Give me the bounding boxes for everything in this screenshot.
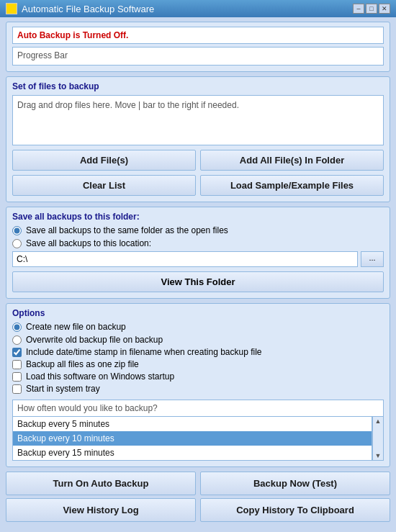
backup-now-button[interactable]: Backup Now (Test) — [200, 472, 390, 495]
clear-list-button[interactable]: Clear List — [12, 175, 196, 196]
options-section: Options Create new file on backup Overwr… — [6, 303, 390, 467]
bottom-row-1: Turn On Auto Backup Backup Now (Test) — [6, 472, 390, 495]
radio-overwrite-input[interactable] — [12, 335, 22, 345]
frequency-list-wrapper: Backup every 5 minutes Backup every 10 m… — [12, 416, 384, 461]
status-section: Auto Backup is Turned Off. Progress Bar — [6, 22, 390, 72]
minimize-button[interactable]: – — [353, 4, 364, 14]
frequency-item-5min[interactable]: Backup every 5 minutes — [13, 417, 372, 431]
checkbox-tray[interactable]: Start in system tray — [12, 384, 384, 394]
files-drop-area[interactable]: Drag and drop files here. Move | bar to … — [12, 95, 384, 145]
save-radio-group: Save all backups to the same folder as t… — [12, 225, 384, 248]
add-folder-button[interactable]: Add All File(s) In Folder — [200, 150, 384, 171]
radio-this-location[interactable]: Save all backups to this location: — [12, 238, 384, 248]
scrollbar[interactable]: ▲ ▼ — [372, 416, 384, 461]
files-btn-row-2: Clear List Load Sample/Example Files — [12, 175, 384, 196]
checkbox-zip-input[interactable] — [12, 360, 22, 369]
radio-create-new-label: Create new file on backup — [26, 322, 126, 332]
frequency-list[interactable]: Backup every 5 minutes Backup every 10 m… — [12, 416, 372, 461]
scroll-down-icon[interactable]: ▼ — [375, 452, 382, 459]
radio-same-folder-input[interactable] — [12, 226, 22, 235]
radio-this-location-label: Save all backups to this location: — [26, 238, 151, 248]
options-section-label: Options — [12, 308, 384, 318]
radio-overwrite-label: Overwrite old backup file on backup — [26, 335, 163, 345]
progress-bar: Progress Bar — [12, 47, 384, 66]
radio-create-new-input[interactable] — [12, 323, 22, 332]
frequency-item-15min[interactable]: Backup every 15 minutes — [13, 446, 372, 460]
checkbox-timestamp-label: Include date/time stamp in filename when… — [26, 347, 262, 357]
load-sample-button[interactable]: Load Sample/Example Files — [200, 175, 384, 196]
radio-this-location-input[interactable] — [12, 239, 22, 248]
checkbox-zip[interactable]: Backup all files as one zip file — [12, 359, 384, 369]
close-button[interactable]: ✕ — [379, 4, 390, 14]
browse-button[interactable]: ... — [361, 251, 384, 267]
checkbox-tray-input[interactable] — [12, 384, 22, 394]
turn-on-auto-backup-button[interactable]: Turn On Auto Backup — [6, 472, 196, 495]
radio-create-new[interactable]: Create new file on backup — [12, 322, 384, 332]
options-radio-group: Create new file on backup Overwrite old … — [12, 322, 384, 345]
checkbox-timestamp[interactable]: Include date/time stamp in filename when… — [12, 347, 384, 357]
window-controls: – □ ✕ — [353, 4, 390, 14]
save-section: Save all backups to this folder: Save al… — [6, 207, 390, 299]
title-bar: Automatic File Backup Software – □ ✕ — [0, 0, 396, 17]
checkbox-startup-label: Load this software on Windows startup — [26, 371, 174, 382]
files-placeholder: Drag and drop files here. Move | bar to … — [17, 100, 239, 110]
copy-history-button[interactable]: Copy History To Clipboard — [200, 498, 390, 522]
radio-same-folder[interactable]: Save all backups to the same folder as t… — [12, 225, 384, 235]
save-section-label: Save all backups to this folder: — [12, 212, 384, 222]
view-history-log-button[interactable]: View History Log — [6, 498, 196, 522]
radio-overwrite[interactable]: Overwrite old backup file on backup — [12, 335, 384, 345]
files-btn-row-1: Add File(s) Add All File(s) In Folder — [12, 150, 384, 171]
bottom-row-2: View History Log Copy History To Clipboa… — [6, 498, 390, 522]
files-section: Set of files to backup Drag and drop fil… — [6, 76, 390, 202]
files-section-label: Set of files to backup — [12, 81, 384, 91]
frequency-container: How often would you like to backup? Back… — [12, 400, 384, 461]
folder-path-input[interactable] — [12, 251, 358, 267]
checkbox-startup-input[interactable] — [12, 372, 22, 382]
radio-same-folder-label: Save all backups to the same folder as t… — [26, 225, 228, 235]
window-title: Automatic File Backup Software — [22, 4, 154, 14]
bottom-buttons: Turn On Auto Backup Backup Now (Test) Vi… — [0, 472, 396, 528]
folder-input-row: ... — [12, 251, 384, 267]
add-files-button[interactable]: Add File(s) — [12, 150, 196, 171]
main-content: Auto Backup is Turned Off. Progress Bar … — [0, 17, 396, 472]
view-folder-button[interactable]: View This Folder — [12, 271, 384, 292]
frequency-list-label: How often would you like to backup? — [12, 400, 384, 416]
checkbox-zip-label: Backup all files as one zip file — [26, 359, 139, 369]
checkbox-startup[interactable]: Load this software on Windows startup — [12, 371, 384, 382]
scroll-up-icon[interactable]: ▲ — [375, 418, 382, 425]
checkbox-timestamp-input[interactable] — [12, 348, 22, 357]
app-icon — [6, 3, 17, 14]
restore-button[interactable]: □ — [366, 4, 377, 14]
frequency-item-10min[interactable]: Backup every 10 minutes — [13, 431, 372, 446]
checkbox-tray-label: Start in system tray — [26, 384, 100, 394]
status-text: Auto Backup is Turned Off. — [12, 27, 384, 44]
